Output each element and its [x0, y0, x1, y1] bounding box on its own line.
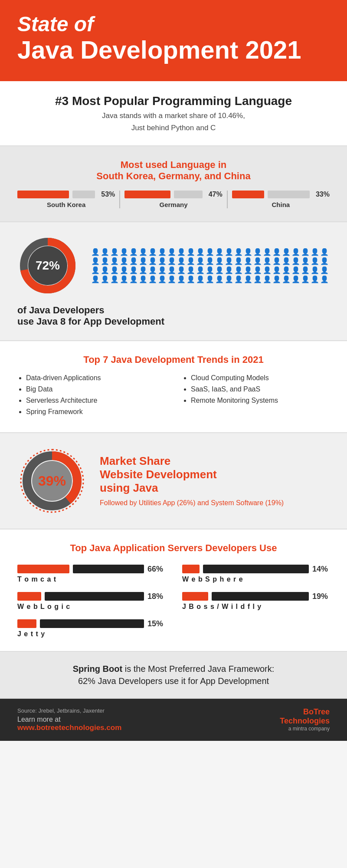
- person-icon-74: 👤: [320, 266, 329, 274]
- person-icon-42: 👤: [253, 257, 262, 265]
- logo-bo: Bo: [303, 707, 314, 716]
- person-icon-17: 👤: [253, 248, 262, 256]
- person-icon-4: 👤: [129, 248, 138, 256]
- person-icon-23: 👤: [311, 248, 319, 256]
- person-icon-11: 👤: [196, 248, 205, 256]
- person-icon-95: 👤: [282, 275, 291, 283]
- spring-text: Spring Boot is the Most Preferred Java F…: [17, 663, 330, 687]
- language-bar-germany: 47% Germany: [124, 191, 227, 208]
- popular-section: #3 Most Popular Programming Language Jav…: [0, 81, 347, 146]
- person-icon-8: 👤: [167, 248, 176, 256]
- spring-text2: is the Most Preferred Java Framework:: [122, 664, 274, 674]
- logo-tech: Technologies: [280, 717, 330, 725]
- market-text: Market Share Website Development using J…: [100, 454, 284, 507]
- header-line2: Java Development 2021: [17, 36, 330, 64]
- person-icon-31: 👤: [148, 257, 157, 265]
- servers-heading: Top Java Application Servers Developers …: [17, 542, 330, 554]
- footer: Source: Jrebel, Jetbrains, Jaxenter Lear…: [0, 699, 347, 741]
- person-icon-25: 👤: [91, 257, 100, 265]
- person-icon-68: 👤: [263, 266, 272, 274]
- person-icon-36: 👤: [196, 257, 205, 265]
- person-icon-15: 👤: [234, 248, 243, 256]
- person-icon-47: 👤: [301, 257, 310, 265]
- person-icon-57: 👤: [158, 266, 167, 274]
- person-icon-18: 👤: [263, 248, 272, 256]
- people-grid: 👤👤👤👤👤👤👤👤👤👤👤👤👤👤👤👤👤👤👤👤👤👤👤👤👤👤👤👤👤👤👤👤👤👤👤👤👤👤👤👤…: [91, 248, 330, 283]
- trend-item-5: Cloud Computing Models: [191, 374, 330, 382]
- person-icon-43: 👤: [263, 257, 272, 265]
- person-icon-79: 👤: [129, 275, 138, 283]
- trends-right-list: Cloud Computing Models SaaS, IaaS, and P…: [182, 374, 330, 404]
- person-icon-32: 👤: [158, 257, 167, 265]
- person-icon-84: 👤: [177, 275, 186, 283]
- person-icon-24: 👤: [320, 248, 329, 256]
- person-icon-26: 👤: [101, 257, 109, 265]
- websphere-bar-dark: [203, 565, 309, 573]
- footer-left: Source: Jrebel, Jetbrains, Jaxenter Lear…: [17, 707, 121, 732]
- person-icon-71: 👤: [291, 266, 300, 274]
- websphere-label: W e b S p h e r e: [182, 575, 330, 583]
- person-icon-48: 👤: [311, 257, 319, 265]
- person-icon-20: 👤: [282, 248, 291, 256]
- language-heading-line2: South Korea, Germany, and China: [96, 171, 250, 181]
- person-icon-50: 👤: [91, 266, 100, 274]
- south-korea-bg: [72, 191, 95, 198]
- popular-desc2: Just behind Python and C: [17, 124, 330, 132]
- java8-text-line2: use Java 8 for App Development: [17, 316, 164, 327]
- person-icon-5: 👤: [139, 248, 147, 256]
- server-tomcat: 66% T o m c a t: [17, 565, 165, 583]
- market-followed: Followed by Utilities App (26%) and Syst…: [100, 499, 284, 507]
- java8-section: 72% 👤👤👤👤👤👤👤👤👤👤👤👤👤👤👤👤👤👤👤👤👤👤👤👤👤👤👤👤👤👤👤👤👤👤👤👤…: [0, 221, 347, 340]
- websphere-bar-orange: [182, 565, 200, 573]
- person-icon-29: 👤: [129, 257, 138, 265]
- jboss-label: J B o s s / W i l d f l y: [182, 603, 330, 611]
- person-icon-2: 👤: [110, 248, 119, 256]
- person-icon-16: 👤: [244, 248, 252, 256]
- language-section: Most used Language in South Korea, Germa…: [0, 146, 347, 221]
- spring-bold: Spring Boot: [73, 664, 122, 674]
- person-icon-85: 👤: [187, 275, 195, 283]
- china-label: China: [232, 201, 330, 208]
- person-icon-0: 👤: [91, 248, 100, 256]
- person-icon-7: 👤: [158, 248, 167, 256]
- person-icon-67: 👤: [253, 266, 262, 274]
- person-icon-59: 👤: [177, 266, 186, 274]
- person-icon-87: 👤: [206, 275, 214, 283]
- trend-item-7: Remote Monitoring Systems: [191, 397, 330, 404]
- person-icon-80: 👤: [139, 275, 147, 283]
- south-korea-fill: [17, 191, 69, 198]
- person-icon-75: 👤: [91, 275, 100, 283]
- person-icon-12: 👤: [206, 248, 214, 256]
- person-icon-19: 👤: [272, 248, 281, 256]
- person-icon-97: 👤: [301, 275, 310, 283]
- china-pct: 33%: [313, 191, 330, 198]
- person-icon-91: 👤: [244, 275, 252, 283]
- java8-pct-label: 72%: [36, 259, 60, 273]
- servers-grid: 66% T o m c a t 14% W e b S p h e r e 18…: [17, 565, 330, 638]
- person-icon-41: 👤: [244, 257, 252, 265]
- person-icon-58: 👤: [167, 266, 176, 274]
- germany-bg: [174, 191, 202, 198]
- person-icon-94: 👤: [272, 275, 281, 283]
- south-korea-pct: 53%: [98, 191, 115, 198]
- market-title-line1: Market Share: [100, 454, 170, 467]
- person-icon-96: 👤: [291, 275, 300, 283]
- person-icon-54: 👤: [129, 266, 138, 274]
- server-jetty: 15% J e t t y: [17, 619, 165, 638]
- market-title-line2: Website Development: [100, 468, 217, 481]
- weblogic-pct: 18%: [147, 592, 165, 601]
- trends-section: Top 7 Java Development Trends in 2021 Da…: [0, 340, 347, 433]
- person-icon-45: 👤: [282, 257, 291, 265]
- tomcat-label: T o m c a t: [17, 575, 165, 583]
- java8-text: of Java Developers use Java 8 for App De…: [17, 305, 164, 327]
- person-icon-22: 👤: [301, 248, 310, 256]
- language-heading: Most used Language in South Korea, Germa…: [17, 159, 330, 182]
- person-icon-30: 👤: [139, 257, 147, 265]
- person-icon-34: 👤: [177, 257, 186, 265]
- person-icon-37: 👤: [206, 257, 214, 265]
- market-donut: 39%: [17, 446, 87, 516]
- germany-label: Germany: [124, 201, 222, 208]
- java8-donut: 72%: [17, 235, 78, 296]
- header-section: State of Java Development 2021: [0, 0, 347, 81]
- weblogic-bar-dark: [45, 592, 144, 601]
